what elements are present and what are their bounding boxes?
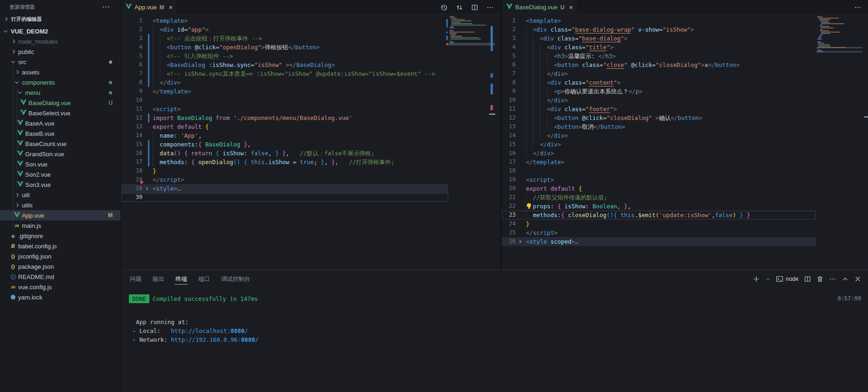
code-line-12[interactable]: 12import BaseDialog from './components/m… [121,113,448,122]
code-line-24[interactable]: 24} [502,219,816,228]
code-line-14[interactable]: 14 name: 'App', [121,131,448,140]
code-line-5[interactable]: 5 <h3>温馨提示: </h3> [502,52,816,60]
code-line-4[interactable]: 4 <div class="title"> [502,43,816,52]
more-icon[interactable] [829,275,836,283]
trash-icon[interactable] [816,275,824,283]
tree-item-main-js[interactable]: JSmain.js [0,220,121,231]
code-line-1[interactable]: 1<template> [121,16,448,25]
code-line-17[interactable]: 17</template> [502,158,816,166]
panel-tab-端口[interactable]: 端口 [197,270,211,288]
tab-app-vue[interactable]: App.vueM× [121,0,178,14]
tree-item-readme-md[interactable]: iREADME.md [0,272,121,282]
tree-item-grandson-vue[interactable]: GrandSon.vue [0,149,121,159]
code-line-20[interactable]: 20export default { [502,184,816,193]
tree-item-public[interactable]: public [0,47,121,57]
tree-item-basecount-vue[interactable]: BaseCount.vue [0,139,121,149]
code-line-8[interactable]: 8 </div> [121,78,448,87]
tree-item-baseselect-vue[interactable]: BaseSelect.vue [0,108,121,118]
close-tab-icon[interactable]: × [569,4,573,11]
more-icon[interactable] [854,4,861,11]
code-line-19[interactable]: 19</script> [121,175,448,184]
panel-tab-问题[interactable]: 问题 [129,270,142,288]
code-line-18[interactable]: 18} [121,166,448,175]
code-line-25[interactable]: 25</script> [502,228,816,237]
code-line-16[interactable]: 16 </div> [502,149,816,158]
tree-item-package-json[interactable]: {}package.json [0,261,121,272]
code-line-13[interactable]: 13export default { [121,122,448,131]
panel-tab-调试控制台[interactable]: 调试控制台 [220,270,251,288]
code-line-21[interactable]: 21 //获取父组件传递的默认值; [502,193,816,202]
code-line-11[interactable]: 11 <div class="footer"> [502,105,816,113]
tree-item-menu[interactable]: menu [0,87,121,98]
plus-icon[interactable] [753,275,760,283]
tree-item-baseb-vue[interactable]: BaseB.vue [0,128,121,139]
tree-item-yarn-lock[interactable]: yarn.lock [0,292,121,302]
tree-item-app-vue[interactable]: App.vueM [0,210,121,220]
chevron-up-icon[interactable] [841,275,849,283]
tab-basedialog-vue[interactable]: BaseDialog.vueU× [502,0,578,14]
tree-item-basedialog-vue[interactable]: BaseDialog.vueU [0,98,121,108]
code-line-8[interactable]: 8 <div class="content"> [502,78,816,87]
more-icon[interactable] [486,4,494,11]
open-editors-section[interactable]: 打开的编辑器 [0,14,121,24]
network-url-link[interactable]: http://192.168.0.96:8080/ [171,336,258,343]
fold-chevron-icon[interactable] [145,187,148,190]
code-line-10[interactable]: 10 </div> [502,96,816,105]
tree-item-son2-vue[interactable]: Son2.vue [0,169,121,179]
tree-item-utils[interactable]: utils [0,200,121,210]
tree-item-components[interactable]: components [0,77,121,87]
code-line-11[interactable]: 11<script> [121,105,448,113]
tree-item-son3-vue[interactable]: Son3.vue [0,179,121,190]
code-line-19[interactable]: 19<script> [502,175,816,184]
code-line-18[interactable]: 18 [502,166,816,175]
code-line-6[interactable]: 6 <BaseDialog :isShow.sync="isShow" ></B… [121,60,448,69]
tree-item-jsconfig-json[interactable]: {}jsconfig.json [0,251,121,261]
fold-chevron-icon[interactable] [518,240,521,243]
tree-item-assets[interactable]: assets [0,67,121,77]
tree-item-util[interactable]: util [0,190,121,200]
tree-item--gitignore[interactable]: ◆.gitignore [0,231,121,241]
tree-item-vue-deom2[interactable]: VUE_DEOM2 [0,26,121,36]
code-line-7[interactable]: 7 </div> [502,69,816,78]
code-line-1[interactable]: 1<template> [502,16,816,25]
code-line-4[interactable]: 4 <button @click="openDialog">弹框按钮</butt… [121,43,448,52]
code-line-17[interactable]: 17 methods: { openDialog() { this.isShow… [121,158,448,166]
close-icon[interactable] [854,275,861,283]
code-line-26[interactable]: 26<style scoped>… [502,237,816,246]
tree-item-vue-config-js[interactable]: JSvue.config.js [0,282,121,292]
close-tab-icon[interactable]: × [169,4,173,11]
code-line-3[interactable]: 3 <!-- 点击按钮：打开弹框事件 --> [121,34,448,43]
code-line-15[interactable]: 15 components:{ BaseDialog }, [121,140,448,149]
compare-icon[interactable] [456,4,463,11]
tree-item-son-vue[interactable]: Son.vue [0,159,121,169]
code-line-30[interactable]: 30 [121,193,448,202]
code-line-23[interactable]: 23 methods:{ closeDialog(){ this.$emit('… [502,211,816,219]
explorer-more-icon[interactable]: ··· [102,3,110,11]
code-line-10[interactable]: 10 [121,96,448,105]
history-icon[interactable] [440,4,448,11]
tree-item-node-modules[interactable]: node_modules [0,36,121,47]
code-area[interactable]: 1<template>2 <div class="base-dialog-wra… [502,14,816,246]
lightbulb-icon[interactable] [527,203,531,207]
code-line-5[interactable]: 5 <!-- 引入弹框组件 --> [121,52,448,60]
code-area[interactable]: 1<template>2 <div id="app">3 <!-- 点击按钮：打… [121,14,448,202]
code-line-20[interactable]: 20<style>… [121,184,448,193]
code-line-2[interactable]: 2 <div class="base-dialog-wrap" v-show="… [502,25,816,34]
code-line-7[interactable]: 7 <!-- isShow.sync其本质是=> :isShow="isShow… [121,69,448,78]
code-line-13[interactable]: 13 <button>取消</button> [502,122,816,131]
local-url-link[interactable]: http://localhost:8080/ [171,327,248,334]
code-line-9[interactable]: 9</template> [121,87,448,96]
terminal-instance-node[interactable]: node [776,275,799,283]
tree-item-basea-vue[interactable]: BaseA.vue [0,118,121,128]
code-line-15[interactable]: 15 </div> [502,140,816,149]
panel-tab-输出[interactable]: 输出 [152,270,165,288]
code-line-6[interactable]: 6 <button class="close" @click="closeDia… [502,60,816,69]
split-icon[interactable] [804,275,811,283]
code-line-16[interactable]: 16 data() { return { isShow: false, } },… [121,149,448,158]
code-line-2[interactable]: 2 <div id="app"> [121,25,448,34]
code-line-14[interactable]: 14 </div> [502,131,816,140]
chevron-down-icon[interactable] [765,276,771,282]
code-line-22[interactable]: 22 props: { isShow: Boolean, }, [502,202,816,211]
tree-item-babel-config-js[interactable]: Bbabel.config.js [0,241,121,251]
code-line-12[interactable]: 12 <button @click="closeDialog" >确认</but… [502,113,816,122]
